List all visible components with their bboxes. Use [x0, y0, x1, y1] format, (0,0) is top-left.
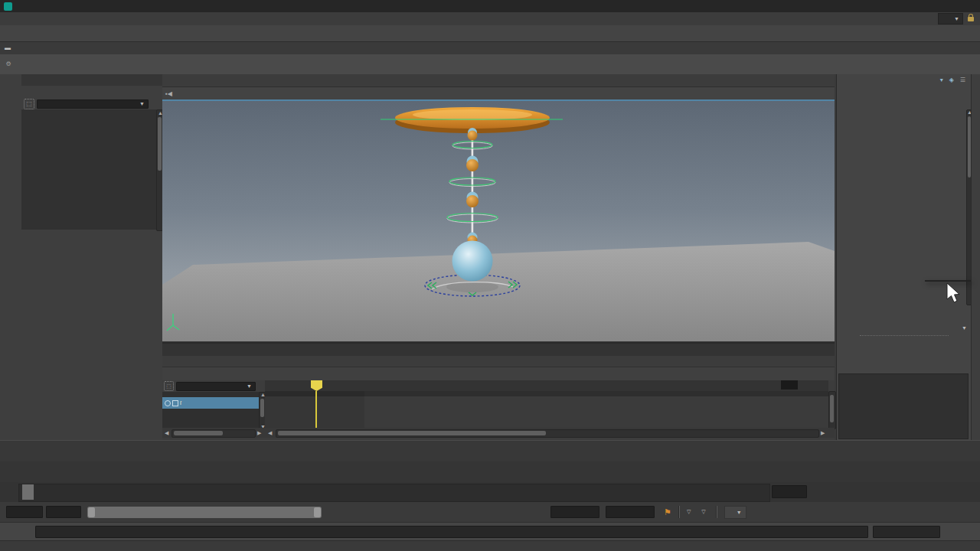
status-line	[0, 25, 980, 42]
graph-channel-item[interactable]: ſ	[162, 397, 259, 409]
secondary-icon-bar	[0, 461, 980, 482]
layer-list[interactable]	[838, 373, 969, 439]
graph-search-input[interactable]: ▼	[176, 382, 256, 391]
range-handle-left[interactable]	[88, 507, 95, 517]
disc-highlight	[413, 109, 532, 120]
side-tab-strip	[971, 74, 980, 440]
chevron-down-icon[interactable]: ▼	[962, 325, 967, 331]
chevron-down-icon[interactable]: ▼	[247, 383, 252, 389]
pendulum-ball	[452, 241, 493, 282]
outliner-search-input[interactable]: ▼	[37, 99, 149, 109]
playhead-line[interactable]	[315, 391, 317, 428]
workspace-lock-icon[interactable]	[968, 17, 974, 21]
time-slider-track[interactable]	[18, 484, 770, 502]
range-slider[interactable]	[87, 507, 322, 518]
animation-start-field[interactable]	[6, 506, 43, 518]
graph-ruler[interactable]	[265, 380, 828, 392]
viewport-panel: ▪◀	[162, 74, 835, 342]
chevron-down-icon: ▼	[954, 16, 959, 21]
range-slider-row: ⚑ ▽ ▽ ▼	[0, 502, 980, 522]
command-result-field[interactable]	[873, 526, 940, 538]
curve-icon: ſ	[180, 399, 181, 406]
end-frame-flag	[781, 380, 798, 390]
graph-channel-list: ſ ▲ ▼	[162, 392, 265, 428]
maya-app-icon	[4, 2, 12, 11]
playback-end-field[interactable]	[550, 506, 599, 518]
chevron-down-icon[interactable]: ▼	[139, 101, 145, 106]
animation-end-field[interactable]	[606, 506, 655, 518]
shelf-options-icon[interactable]: ⚙	[3, 58, 14, 70]
main-menu-bar: ▼	[0, 12, 980, 26]
animbot-toolbar	[0, 440, 980, 463]
help-line	[0, 540, 980, 551]
graph-hscrollbar[interactable]	[276, 429, 819, 438]
tool-box	[0, 74, 22, 440]
shelf-tab-bar: ▬	[0, 42, 980, 54]
visibility-dot-icon[interactable]	[165, 400, 171, 406]
list-hscrollbar[interactable]	[172, 429, 256, 438]
mouse-cursor	[946, 282, 962, 305]
panel-splitter[interactable]	[860, 335, 949, 336]
pendulum-type-dropdown[interactable]	[925, 280, 971, 282]
outliner-list	[21, 109, 162, 230]
playback-start-field[interactable]	[46, 506, 81, 518]
graph-editor-panel: ⬚ ▼ ſ ▲ ▼ ◀ ▶ ◀	[162, 342, 835, 442]
outliner-panel: ⬚ ▼ ▲	[21, 74, 163, 440]
panel-menu-icon[interactable]: ▪◀	[165, 90, 172, 97]
graph-grid[interactable]	[265, 391, 828, 428]
solo-box-icon[interactable]	[172, 400, 178, 406]
workspace-selector[interactable]: ▼	[938, 13, 963, 24]
chevron-down-icon[interactable]: ▽	[687, 509, 691, 515]
filter-icon[interactable]: ⬚	[24, 99, 34, 109]
current-frame-marker[interactable]	[22, 484, 34, 500]
fps-selector[interactable]: ▼	[724, 506, 746, 519]
chevron-down-icon: ▼	[737, 510, 742, 515]
graph-vertical-scrollbar[interactable]	[828, 391, 836, 429]
time-slider-row	[0, 482, 980, 502]
filter-icon[interactable]: ⬚	[164, 381, 174, 391]
channel-box-panel: ▾ ◈ ☰ ▲ ▼	[836, 74, 972, 440]
set-key-bookmark-icon[interactable]: ⚑	[664, 507, 671, 517]
title-bar	[0, 0, 980, 12]
viewport-scene[interactable]	[162, 101, 835, 341]
shelf-icon-bar: ⚙	[0, 54, 980, 75]
shelf-menu-icon[interactable]: ▬	[3, 44, 12, 52]
command-input[interactable]	[35, 526, 868, 538]
range-handle-right[interactable]	[314, 507, 321, 517]
chevron-down-icon[interactable]: ▽	[701, 509, 705, 515]
current-frame-field[interactable]	[772, 485, 807, 498]
command-line-row	[0, 522, 980, 541]
